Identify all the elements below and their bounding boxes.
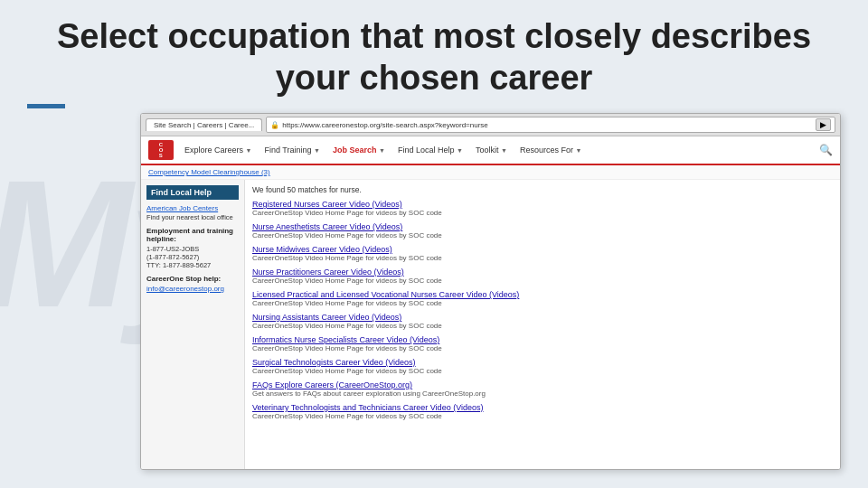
help-heading: CareerOne Stop help:: [146, 275, 239, 283]
result-item-6: Nursing Assistants Career Video (Videos)…: [252, 313, 833, 330]
result-title-6[interactable]: Nursing Assistants Career Video (Videos): [252, 313, 833, 322]
result-title-2[interactable]: Nurse Anesthetists Career Video (Videos): [252, 222, 833, 231]
site-logo: COS: [148, 140, 174, 160]
main-results: We found 50 matches for nurse. Registere…: [245, 180, 840, 470]
result-title-1[interactable]: Registered Nurses Career Video (Videos): [252, 200, 833, 209]
breadcrumb: Competency Model Clearinghouse (3): [141, 165, 840, 180]
phone-number: 1-877-US2-JOBS: [146, 245, 239, 253]
result-title-4[interactable]: Nurse Practitioners Career Video (Videos…: [252, 267, 833, 277]
help-email-link[interactable]: info@careeronestop.org: [146, 285, 239, 293]
title-line2: your chosen career: [276, 59, 593, 97]
result-desc-4: CareerOneStop Video Home Page for videos…: [252, 277, 833, 285]
result-title-5[interactable]: Licensed Practical and Licensed Vocation…: [252, 290, 833, 299]
result-desc-9: Get answers to FAQs about career explora…: [252, 389, 833, 398]
result-desc-8: CareerOneStop Video Home Page for videos…: [252, 367, 833, 375]
site-search-icon[interactable]: 🔍: [819, 144, 833, 156]
breadcrumb-link[interactable]: Competency Model Clearinghouse (3): [148, 168, 270, 176]
result-desc-1: CareerOneStop Video Home Page for videos…: [252, 209, 833, 217]
result-desc-7: CareerOneStop Video Home Page for videos…: [252, 344, 833, 352]
nav-toolkit[interactable]: Toolkit ▼: [470, 143, 513, 157]
sidebar: Find Local Help American Job Centers Fin…: [141, 180, 245, 470]
nav-find-training[interactable]: Find Training ▼: [259, 143, 325, 157]
site-nav: COS Explore Careers ▼ Find Training ▼ Jo…: [141, 136, 840, 165]
sidebar-section-employment: Employment and training helpline: 1-877-…: [146, 227, 239, 269]
resources-for-arrow: ▼: [575, 147, 581, 154]
active-tab[interactable]: Site Search | Careers | Caree...: [146, 118, 262, 131]
nav-explore-careers[interactable]: Explore Careers ▼: [179, 143, 257, 157]
find-local-help-arrow: ▼: [457, 147, 463, 154]
results-count: We found 50 matches for nurse.: [252, 185, 833, 194]
tty-number: TTY: 1-877-889-5627: [146, 261, 239, 269]
result-item-2: Nurse Anesthetists Career Video (Videos)…: [252, 222, 833, 239]
result-item-1: Registered Nurses Career Video (Videos) …: [252, 200, 833, 217]
explore-careers-arrow: ▼: [246, 147, 252, 154]
result-item-10: Veterinary Technologists and Technicians…: [252, 403, 833, 420]
find-training-arrow: ▼: [314, 147, 320, 154]
job-search-arrow: ▼: [379, 147, 385, 154]
title-line1: Select occupation that most closely desc…: [57, 17, 811, 55]
sidebar-section-ajc: American Job Centers Find your nearest l…: [146, 204, 239, 221]
browser-chrome: Site Search | Careers | Caree... 🔒 https…: [141, 114, 840, 136]
result-title-3[interactable]: Nurse Midwives Career Video (Videos): [252, 245, 833, 254]
url-search-button[interactable]: ▶: [816, 118, 831, 131]
nav-job-search[interactable]: Job Search ▼: [327, 143, 391, 157]
ajc-desc: Find your nearest local office: [146, 213, 239, 221]
result-title-10[interactable]: Veterinary Technologists and Technicians…: [252, 403, 833, 412]
result-desc-5: CareerOneStop Video Home Page for videos…: [252, 299, 833, 307]
lock-icon: 🔒: [270, 121, 279, 129]
employment-heading: Employment and training helpline:: [146, 227, 239, 243]
result-item-5: Licensed Practical and Licensed Vocation…: [252, 290, 833, 307]
browser-window: Site Search | Careers | Caree... 🔒 https…: [140, 113, 841, 470]
toolkit-arrow: ▼: [501, 147, 507, 154]
heading-area: Select occupation that most closely desc…: [27, 16, 841, 99]
result-item-8: Surgical Technologists Career Video (Vid…: [252, 358, 833, 375]
phone-number-2: (1-877-872-5627): [146, 253, 239, 261]
url-text: https://www.careeronestop.org/site-searc…: [282, 121, 813, 129]
result-desc-6: CareerOneStop Video Home Page for videos…: [252, 322, 833, 330]
american-job-centers-link[interactable]: American Job Centers: [146, 204, 239, 212]
url-bar[interactable]: 🔒 https://www.careeronestop.org/site-sea…: [266, 117, 835, 133]
result-item-3: Nurse Midwives Career Video (Videos) Car…: [252, 245, 833, 262]
result-item-7: Informatics Nurse Specialists Career Vid…: [252, 335, 833, 352]
result-title-7[interactable]: Informatics Nurse Specialists Career Vid…: [252, 335, 833, 344]
result-item-9: FAQs Explore Careers (CareerOneStop.org)…: [252, 380, 833, 398]
result-title-9[interactable]: FAQs Explore Careers (CareerOneStop.org): [252, 380, 833, 389]
page-content: Find Local Help American Job Centers Fin…: [141, 180, 840, 470]
nav-resources-for[interactable]: Resources For ▼: [514, 143, 587, 157]
logo-text: COS: [159, 142, 164, 158]
page-title: Select occupation that most closely desc…: [27, 16, 841, 99]
result-desc-3: CareerOneStop Video Home Page for videos…: [252, 254, 833, 262]
accent-line: [27, 104, 65, 108]
sidebar-section-help: CareerOne Stop help: info@careeronestop.…: [146, 275, 239, 293]
result-title-8[interactable]: Surgical Technologists Career Video (Vid…: [252, 358, 833, 367]
result-desc-2: CareerOneStop Video Home Page for videos…: [252, 231, 833, 239]
result-item-4: Nurse Practitioners Career Video (Videos…: [252, 267, 833, 285]
result-desc-10: CareerOneStop Video Home Page for videos…: [252, 412, 833, 420]
nav-find-local-help[interactable]: Find Local Help ▼: [392, 143, 468, 157]
sidebar-title: Find Local Help: [146, 185, 239, 200]
